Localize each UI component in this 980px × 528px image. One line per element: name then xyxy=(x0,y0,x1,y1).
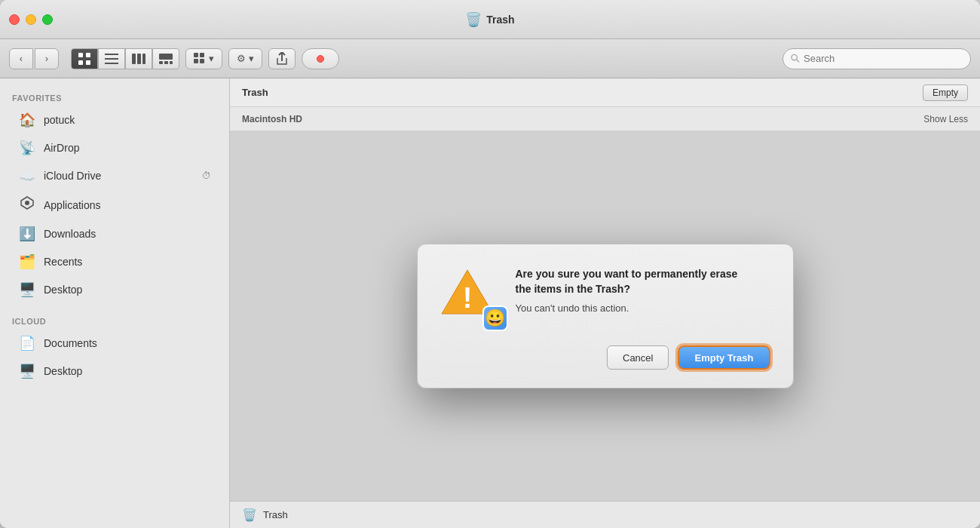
icon-view-button[interactable] xyxy=(71,48,98,69)
svg-rect-17 xyxy=(200,59,204,63)
list-view-icon xyxy=(105,54,118,64)
nav-buttons: ‹ › xyxy=(9,48,59,69)
applications-icon xyxy=(18,195,36,214)
icon-view-icon xyxy=(78,52,91,66)
empty-button[interactable]: Empty xyxy=(923,84,968,101)
trash-bottom-label: Trash xyxy=(263,509,288,520)
svg-rect-4 xyxy=(105,54,118,55)
share-button[interactable] xyxy=(268,48,296,69)
sidebar-item-downloads[interactable]: ⬇️ Downloads xyxy=(6,220,223,247)
column-view-icon xyxy=(132,54,145,64)
main-content: Favorites 🏠 potuck 📡 AirDrop ☁️ iCloud D… xyxy=(0,78,980,528)
view-buttons xyxy=(71,48,179,69)
close-button[interactable] xyxy=(9,14,20,25)
sidebar: Favorites 🏠 potuck 📡 AirDrop ☁️ iCloud D… xyxy=(0,78,230,528)
search-icon xyxy=(791,54,800,63)
show-less-button[interactable]: Show Less xyxy=(923,114,968,124)
trash-title-icon: 🗑️ xyxy=(465,11,482,28)
tag-red-dot xyxy=(317,55,324,63)
trash-bottom-icon: 🗑️ xyxy=(242,508,257,522)
home-icon: 🏠 xyxy=(18,112,36,128)
arrange-button[interactable]: ▾ xyxy=(185,48,222,69)
toolbar: ‹ › xyxy=(0,39,980,78)
modal-icon-area: ! 😀 xyxy=(440,267,501,327)
svg-rect-3 xyxy=(86,60,90,65)
sidebar-item-applications[interactable]: Applications xyxy=(6,190,223,219)
modal-subtitle: You can't undo this action. xyxy=(516,302,770,314)
gallery-view-button[interactable] xyxy=(152,48,179,69)
column-view-button[interactable] xyxy=(125,48,152,69)
maximize-button[interactable] xyxy=(42,14,53,25)
sidebar-item-potuck[interactable]: 🏠 potuck xyxy=(6,106,223,134)
svg-rect-2 xyxy=(78,60,83,65)
sidebar-label-documents: Documents xyxy=(44,337,97,349)
finder-window: 🗑️ Trash ‹ › xyxy=(0,0,980,528)
forward-button[interactable]: › xyxy=(35,48,59,69)
recents-icon: 🗂️ xyxy=(18,253,36,270)
search-box[interactable] xyxy=(782,48,971,69)
sidebar-item-documents[interactable]: 📄 Documents xyxy=(6,330,223,357)
action-button[interactable]: ⚙ ▾ xyxy=(228,48,262,69)
sidebar-item-icloud-drive[interactable]: ☁️ iCloud Drive ⏱ xyxy=(6,162,223,189)
empty-trash-button[interactable]: Empty Trash xyxy=(678,345,770,370)
sidebar-item-desktop[interactable]: 🖥️ Desktop xyxy=(6,276,223,303)
tag-button[interactable] xyxy=(302,48,339,69)
svg-point-20 xyxy=(25,201,29,205)
svg-rect-11 xyxy=(159,61,163,64)
svg-rect-15 xyxy=(200,53,204,57)
sidebar-item-desktop-icloud[interactable]: 🖥️ Desktop xyxy=(6,358,223,385)
downloads-icon: ⬇️ xyxy=(18,226,36,242)
section-header-title: Macintosh HD xyxy=(242,114,302,124)
search-input[interactable] xyxy=(804,53,963,64)
desktop-icloud-icon: 🖥️ xyxy=(18,363,36,379)
svg-rect-12 xyxy=(164,61,168,64)
svg-rect-8 xyxy=(137,54,141,64)
modal-title: Are you sure you want to permanently era… xyxy=(516,267,770,296)
sidebar-item-recents[interactable]: 🗂️ Recents xyxy=(6,248,223,275)
sidebar-label-desktop-icloud: Desktop xyxy=(44,365,82,377)
favorites-section-label: Favorites xyxy=(0,87,229,106)
action-chevron: ▾ xyxy=(249,53,254,64)
list-view-button[interactable] xyxy=(98,48,125,69)
back-button[interactable]: ‹ xyxy=(9,48,33,69)
sidebar-label-icloud: iCloud Drive xyxy=(44,170,101,182)
forward-icon: › xyxy=(45,53,48,64)
svg-rect-7 xyxy=(132,54,136,64)
svg-rect-10 xyxy=(159,54,173,60)
finder-mascot: 😀 xyxy=(482,305,508,331)
svg-rect-16 xyxy=(194,59,198,63)
window-title: Trash xyxy=(486,14,514,26)
path-bar: Trash Empty xyxy=(230,78,980,107)
section-header: Macintosh HD Show Less xyxy=(230,107,980,131)
svg-rect-13 xyxy=(170,61,173,64)
main-panel: Trash Empty Macintosh HD Show Less xyxy=(230,78,980,528)
svg-line-19 xyxy=(797,60,799,62)
svg-rect-0 xyxy=(78,53,83,57)
sidebar-label-desktop: Desktop xyxy=(44,284,82,296)
svg-rect-1 xyxy=(86,53,90,57)
modal-text: Are you sure you want to permanently era… xyxy=(516,267,770,314)
cancel-button[interactable]: Cancel xyxy=(607,345,669,370)
documents-icon: 📄 xyxy=(18,335,36,351)
traffic-lights xyxy=(9,14,53,25)
svg-rect-14 xyxy=(194,53,198,57)
svg-point-18 xyxy=(792,54,797,60)
airdrop-icon: 📡 xyxy=(18,140,36,156)
arrange-chevron: ▾ xyxy=(209,53,214,64)
icloud-section-label: iCloud xyxy=(0,311,229,329)
minimize-button[interactable] xyxy=(26,14,36,25)
window-title-area: 🗑️ Trash xyxy=(465,11,514,28)
confirm-dialog: ! 😀 Are you sure you want to permanently… xyxy=(417,244,794,388)
file-area: ! 😀 Are you sure you want to permanently… xyxy=(230,131,980,501)
back-icon: ‹ xyxy=(20,53,23,64)
sidebar-label-applications: Applications xyxy=(44,199,101,211)
svg-rect-5 xyxy=(105,58,118,60)
modal-body: ! 😀 Are you sure you want to permanently… xyxy=(440,267,770,327)
modal-overlay: ! 😀 Are you sure you want to permanently… xyxy=(230,131,980,501)
share-icon xyxy=(276,52,288,66)
sidebar-item-airdrop[interactable]: 📡 AirDrop xyxy=(6,134,223,161)
svg-rect-6 xyxy=(105,63,118,64)
arrange-icon xyxy=(194,53,206,65)
gear-icon: ⚙ xyxy=(237,53,246,64)
icloud-sync-icon: ⏱ xyxy=(202,170,211,181)
